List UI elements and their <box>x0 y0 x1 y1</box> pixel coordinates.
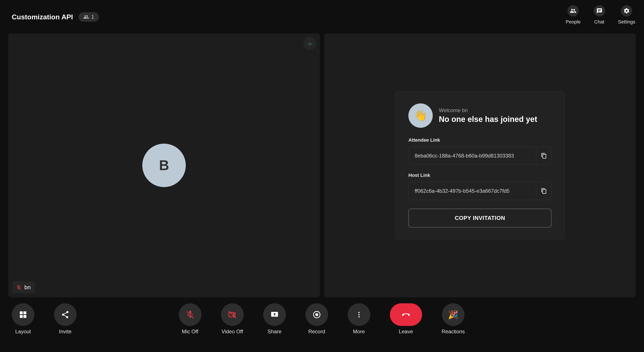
leave-label: Leave <box>399 329 413 335</box>
reactions-button[interactable]: 🎉 <box>442 303 464 326</box>
participant-name-pill: bn <box>12 281 34 293</box>
participant-count-chip[interactable]: 1 <box>78 12 99 22</box>
mic-label: Mic Off <box>182 329 198 335</box>
record-button[interactable] <box>306 303 328 326</box>
chat-button[interactable] <box>594 5 605 16</box>
svg-point-3 <box>358 312 360 313</box>
video-off-icon <box>228 310 237 319</box>
chat-icon <box>596 8 602 14</box>
meeting-title: Customization API <box>12 13 73 21</box>
mic-off-icon <box>186 310 195 319</box>
self-video-tile: B bn <box>8 33 320 297</box>
record-icon <box>312 310 321 319</box>
attendee-link-value[interactable]: 8eba06cc-188a-4768-b60a-b99d81303383 <box>408 147 536 165</box>
mic-button[interactable] <box>179 303 202 326</box>
people-icon <box>570 7 576 14</box>
layout-label: Layout <box>15 329 31 335</box>
share-button[interactable] <box>263 303 286 326</box>
chat-label: Chat <box>594 19 604 25</box>
more-label: More <box>353 329 365 335</box>
more-button[interactable] <box>348 303 370 326</box>
gear-icon <box>623 7 630 14</box>
host-link-value[interactable]: ff062c6a-4b32-497b-b545-e3a667dc7fd5 <box>408 182 536 200</box>
welcome-card: 👋 Welcome bn No one else has joined yet … <box>395 91 565 240</box>
invite-button[interactable] <box>54 303 76 326</box>
copy-host-link-button[interactable] <box>536 182 551 200</box>
leave-button[interactable] <box>390 303 422 326</box>
participant-name: bn <box>24 284 31 291</box>
grid-icon <box>19 310 28 319</box>
copy-invitation-button[interactable]: COPY INVITATION <box>408 209 552 227</box>
screen-share-icon <box>270 311 279 319</box>
wave-icon: 👋 <box>408 103 433 128</box>
mic-off-icon <box>16 285 22 290</box>
record-label: Record <box>308 329 325 335</box>
video-label: Video Off <box>222 329 243 335</box>
settings-label: Settings <box>618 19 636 25</box>
people-icon <box>83 14 89 20</box>
share-icon <box>61 310 70 319</box>
party-icon: 🎉 <box>448 310 458 319</box>
hangup-icon <box>401 309 411 320</box>
svg-point-4 <box>358 314 360 315</box>
copy-attendee-link-button[interactable] <box>536 147 551 165</box>
participant-count: 1 <box>91 14 94 20</box>
copy-icon <box>541 188 547 194</box>
people-label: People <box>566 19 581 25</box>
copy-icon <box>541 153 547 159</box>
svg-point-5 <box>358 316 360 318</box>
attendee-link-label: Attendee Link <box>408 137 552 143</box>
reactions-label: Reactions <box>442 329 465 335</box>
participant-avatar: B <box>142 144 186 187</box>
video-button[interactable] <box>221 303 244 326</box>
welcome-greeting: Welcome bn <box>439 107 537 113</box>
wifi-icon <box>306 40 313 47</box>
layout-button[interactable] <box>12 303 34 326</box>
invite-label: Invite <box>59 329 71 335</box>
svg-point-2 <box>315 313 318 316</box>
host-link-label: Host Link <box>408 173 552 178</box>
share-label: Share <box>268 329 282 335</box>
network-quality-badge[interactable] <box>303 37 316 50</box>
more-vertical-icon <box>355 311 363 318</box>
people-button[interactable] <box>568 5 579 16</box>
settings-button[interactable] <box>621 5 632 16</box>
welcome-headline: No one else has joined yet <box>439 115 537 124</box>
invitation-panel: 👋 Welcome bn No one else has joined yet … <box>324 33 636 297</box>
avatar-initial: B <box>159 157 169 174</box>
